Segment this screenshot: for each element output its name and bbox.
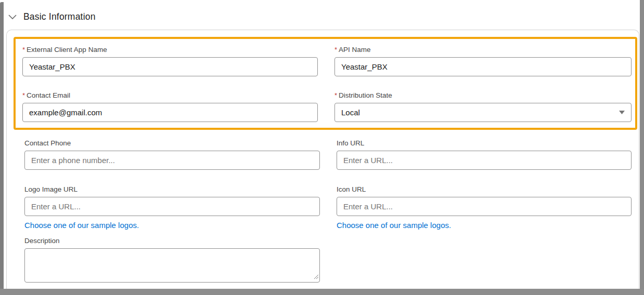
icon-url-label: Icon URL <box>337 185 632 194</box>
icon-url-input[interactable] <box>337 197 632 216</box>
distribution-state-value: Local <box>341 108 360 117</box>
external-client-app-name-input[interactable] <box>22 57 318 76</box>
required-asterisk: * <box>334 45 337 54</box>
contact-phone-label: Contact Phone <box>24 139 320 148</box>
external-client-app-name-label: * External Client App Name <box>22 45 318 54</box>
logo-image-url-input[interactable] <box>24 197 320 216</box>
window-edge-left <box>0 2 4 295</box>
api-name-input[interactable] <box>334 57 632 76</box>
window-edge-right <box>640 0 644 295</box>
highlight-box: * External Client App Name * API Name * … <box>14 37 637 130</box>
distribution-state-label: * Distribution State <box>334 91 632 100</box>
description-textarea[interactable] <box>24 248 320 283</box>
distribution-state-select[interactable]: Local <box>334 103 632 122</box>
basic-information-panel: * External Client App Name * API Name * … <box>6 30 639 289</box>
contact-email-input[interactable] <box>22 103 318 122</box>
dropdown-caret-icon <box>619 111 625 114</box>
field-contact-phone: Contact Phone <box>24 139 320 170</box>
logo-sample-logos-link[interactable]: Choose one of our sample logos. <box>24 221 139 230</box>
info-url-label: Info URL <box>337 139 632 148</box>
contact-phone-input[interactable] <box>24 151 320 170</box>
required-asterisk: * <box>334 91 337 100</box>
field-contact-email: * Contact Email <box>22 91 318 122</box>
description-label: Description <box>24 236 632 245</box>
icon-sample-logos-link[interactable]: Choose one of our sample logos. <box>337 221 451 230</box>
field-logo-image-url: Logo Image URL Choose one of our sample … <box>24 185 320 230</box>
required-asterisk: * <box>22 91 25 100</box>
required-asterisk: * <box>22 45 25 54</box>
field-icon-url: Icon URL Choose one of our sample logos. <box>337 185 632 230</box>
section-title: Basic Information <box>23 11 96 22</box>
section-header: Basic Information <box>7 11 96 22</box>
field-external-client-app-name: * External Client App Name <box>22 45 318 76</box>
chevron-down-icon[interactable] <box>7 14 18 20</box>
window-edge-bottom <box>0 289 644 295</box>
field-info-url: Info URL <box>337 139 632 170</box>
api-name-label: * API Name <box>334 45 632 54</box>
field-distribution-state: * Distribution State Local <box>334 91 632 122</box>
field-api-name: * API Name <box>334 45 632 76</box>
logo-image-url-label: Logo Image URL <box>24 185 320 194</box>
field-description: Description <box>24 236 632 283</box>
contact-email-label: * Contact Email <box>22 91 318 100</box>
info-url-input[interactable] <box>337 151 632 170</box>
